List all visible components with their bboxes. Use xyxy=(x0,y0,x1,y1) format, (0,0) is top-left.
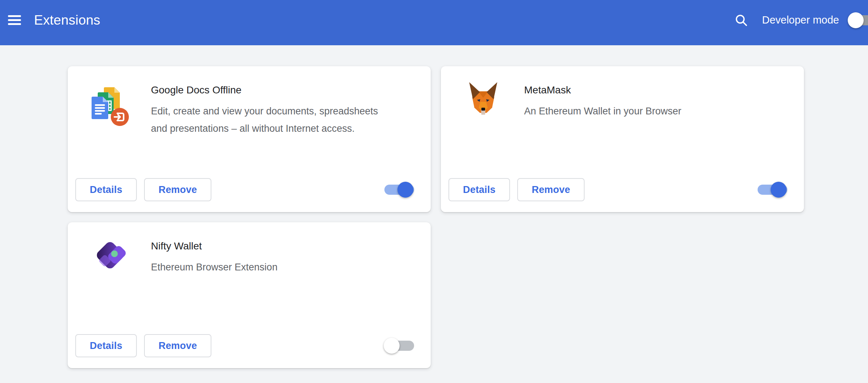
nifty-wallet-icon xyxy=(92,237,129,277)
extension-description: Ethereum Browser Extension xyxy=(151,258,278,276)
remove-button[interactable]: Remove xyxy=(517,178,585,201)
developer-mode-toggle[interactable] xyxy=(848,12,868,28)
toggle-thumb xyxy=(397,182,413,198)
card-actions: Details Remove xyxy=(75,334,414,357)
google-docs-offline-icon xyxy=(92,81,129,121)
main-menu-button[interactable] xyxy=(8,15,21,25)
extension-description: An Ethereum Wallet in your Browser xyxy=(524,102,681,120)
extension-title: Google Docs Offline xyxy=(151,84,383,97)
metamask-fox-icon xyxy=(465,81,502,121)
developer-mode-label: Developer mode xyxy=(762,14,839,26)
enable-toggle[interactable] xyxy=(384,182,414,198)
header-right-group: Developer mode xyxy=(734,12,868,28)
hamburger-menu-icon xyxy=(8,15,21,17)
card-actions: Details Remove xyxy=(448,178,787,201)
enable-toggle[interactable] xyxy=(758,182,787,198)
toggle-thumb xyxy=(848,12,864,28)
extension-card-google-docs-offline: Google Docs Offline Edit, create and vie… xyxy=(68,66,431,212)
details-button[interactable]: Details xyxy=(75,334,137,357)
extension-title: MetaMask xyxy=(524,84,681,97)
extensions-toolbar: Extensions Developer mode xyxy=(0,0,868,45)
extension-card-metamask: MetaMask An Ethereum Wallet in your Brow… xyxy=(441,66,804,212)
page-title: Extensions xyxy=(34,13,100,28)
extension-card-nifty-wallet: Nifty Wallet Ethereum Browser Extension … xyxy=(68,222,431,368)
extension-description: Edit, create and view your documents, sp… xyxy=(151,102,383,137)
remove-button[interactable]: Remove xyxy=(144,334,211,357)
toggle-thumb xyxy=(384,338,400,354)
details-button[interactable]: Details xyxy=(448,178,510,201)
search-icon xyxy=(734,13,748,27)
enable-toggle[interactable] xyxy=(384,338,414,354)
card-actions: Details Remove xyxy=(75,178,414,201)
extension-title: Nifty Wallet xyxy=(151,240,278,253)
extensions-grid: Google Docs Offline Edit, create and vie… xyxy=(68,66,868,368)
toggle-thumb xyxy=(771,182,787,198)
remove-button[interactable]: Remove xyxy=(144,178,211,201)
details-button[interactable]: Details xyxy=(75,178,137,201)
search-button[interactable] xyxy=(734,13,748,27)
